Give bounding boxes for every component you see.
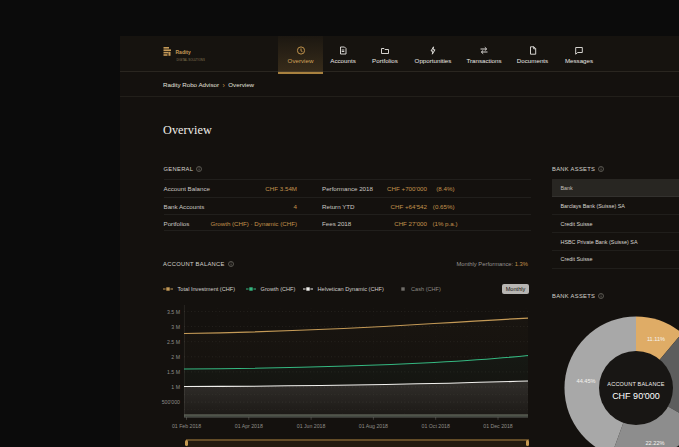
svg-text:44.45%: 44.45% (577, 378, 596, 384)
svg-text:500'000: 500'000 (162, 399, 180, 405)
svg-text:CHF 90'000: CHF 90'000 (612, 391, 660, 401)
svg-text:22.22%: 22.22% (646, 440, 665, 446)
svg-text:3.5 M: 3.5 M (167, 309, 180, 315)
svg-text:01 Oct 2018: 01 Oct 2018 (422, 423, 450, 429)
svg-text:01 Aug 2018: 01 Aug 2018 (359, 423, 388, 429)
svg-text:1.5 M: 1.5 M (167, 369, 180, 375)
svg-text:ACCOUNT BALANCE: ACCOUNT BALANCE (607, 381, 664, 387)
svg-text:01 Apr 2018: 01 Apr 2018 (235, 423, 263, 429)
svg-text:Radity: Radity (176, 49, 192, 55)
svg-text:2.5 M: 2.5 M (167, 339, 180, 345)
svg-text:11.11%: 11.11% (647, 336, 665, 342)
svg-text:01 Dec 2018: 01 Dec 2018 (483, 423, 513, 429)
svg-text:1 M: 1 M (171, 384, 180, 390)
svg-text:01 Jun 2018: 01 Jun 2018 (297, 423, 326, 429)
svg-text:2 M: 2 M (171, 354, 180, 360)
svg-text:01 Feb 2018: 01 Feb 2018 (172, 423, 201, 429)
svg-text:3 M: 3 M (171, 324, 180, 330)
